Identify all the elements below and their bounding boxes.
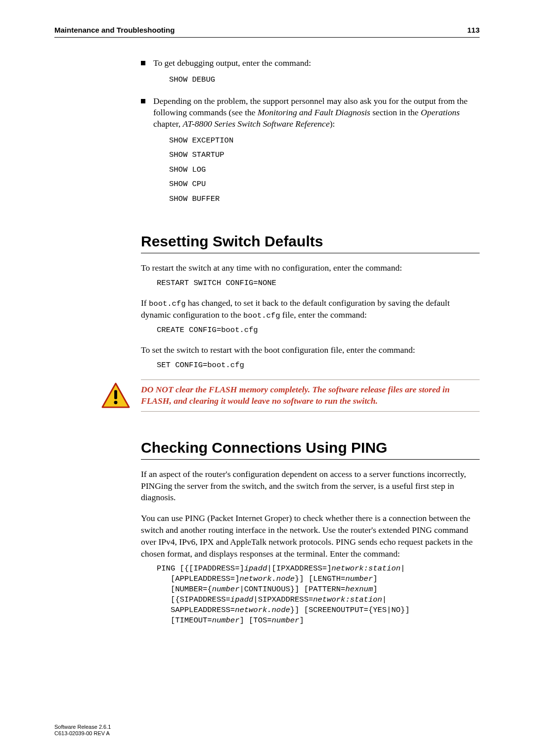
code-part: | [400,564,405,573]
body-paragraph: To set the switch to restart with the bo… [141,344,480,356]
footer-docid: C613-02039-00 REV A [54,730,111,737]
code-part: PING [{[IPADDRESS=] [157,564,244,573]
code-italic: network:station [313,595,382,604]
code-part: [APPLEADDRESS=] [157,574,239,583]
code-part: ] [299,616,304,625]
code-italic: network.node [239,574,295,583]
code-block: RESTART SWITCH CONFIG=NONE [157,278,480,288]
code-italic: number [272,616,300,625]
code-part: | [382,595,387,604]
header-title: Maintenance and Troubleshooting [54,26,175,34]
code-part: [{SIPADDRESS= [157,595,230,604]
code-part: [TIMEOUT= [157,616,212,625]
body-paragraph: To restart the switch at any time with n… [141,262,480,274]
warning-text-container: DO NOT clear the FLASH memory completely… [141,379,480,412]
bullet-item: Depending on the problem, the support pe… [141,95,480,211]
section-heading-ping: Checking Connections Using PING [141,439,480,460]
code-part: |[IPXADDRESS=] [267,564,331,573]
bullet-square-icon [141,61,145,65]
warning-block: DO NOT clear the FLASH memory completely… [101,379,480,412]
text-part: If [141,298,149,308]
bullet-text-part: section in the [370,107,421,117]
warning-triangle-icon [101,382,130,408]
code-part: |SIPXADDRESS= [253,595,313,604]
body-paragraph: You can use PING (Packet Internet Groper… [141,513,480,560]
svg-rect-1 [114,390,117,399]
code-block: SET CONFIG=boot.cfg [157,360,480,371]
code-block: SHOW DEBUG [169,73,480,87]
bullet-text-part: chapter, [153,119,183,129]
code-italic: hexnum [345,585,373,594]
code-italic: network.node [235,606,290,614]
body-paragraph: If boot.cfg has changed, to set it back … [141,297,480,321]
bullet-square-icon [141,99,145,103]
code-block-ping: PING [{[IPADDRESS=]ipadd|[IPXADDRESS=]ne… [157,564,480,626]
svg-point-2 [114,401,118,404]
code-italic: network:station [331,564,400,573]
code-italic: ipadd [244,564,267,573]
code-italic: number [212,616,240,625]
code-part: ] [373,574,377,583]
code-part: |CONTINUOUS}] [PATTERN= [239,585,345,594]
code-part: }] [LENGTH= [295,574,345,583]
code-part: SAPPLEADDRESS= [157,606,235,614]
bullet-item: To get debugging output, enter the comma… [141,57,480,93]
footer-release: Software Release 2.6.1 [54,724,111,731]
italic-text: AT-8800 Series Switch Software Reference [183,119,330,129]
code-part: ] [TOS= [239,616,271,625]
inline-code: boot.cfg [149,299,185,308]
code-part: ] [373,585,377,594]
page-footer: Software Release 2.6.1 C613-02039-00 REV… [54,724,111,738]
section-heading-resetting: Resetting Switch Defaults [141,233,480,253]
code-italic: ipadd [230,595,254,604]
italic-text: Monitoring and Fault Diagnosis [258,107,370,117]
code-block: SHOW EXCEPTION SHOW STARTUP SHOW LOG SHO… [169,134,480,206]
warning-text: DO NOT clear the FLASH memory completely… [141,384,480,407]
page-header: Maintenance and Troubleshooting 113 [54,26,480,38]
bullet-text: To get debugging output, enter the comma… [153,58,311,68]
code-italic: number [212,585,240,594]
code-part: }] [SCREENOUTPUT={YES|NO}] [290,606,410,614]
text-part: file, enter the command: [280,310,366,320]
italic-text: Operations [421,107,460,117]
code-italic: number [345,574,373,583]
code-block: CREATE CONFIG=boot.cfg [157,325,480,335]
code-part: [NUMBER={ [157,585,212,594]
page-content: To get debugging output, enter the comma… [141,57,480,626]
header-page-number: 113 [467,26,480,34]
inline-code: boot.cfg [243,311,280,320]
body-paragraph: If an aspect of the router's configurati… [141,469,480,504]
bullet-text-part: ): [330,119,335,129]
